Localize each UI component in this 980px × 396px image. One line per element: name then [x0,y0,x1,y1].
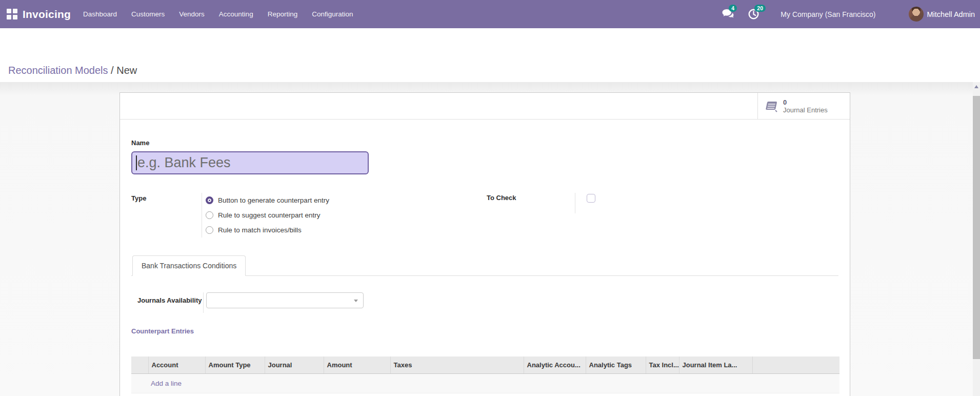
menu-customers[interactable]: Customers [124,0,172,28]
column-header-account[interactable]: Account [148,357,205,373]
handle-column-header [131,357,148,373]
journal-entries-label: Journal Entries [783,106,828,114]
table-header-row: Account Amount Type Journal Amount Taxes… [131,357,839,373]
add-a-line-link[interactable]: Add a line [131,380,182,387]
journal-entries-count: 0 [783,98,828,106]
journals-availability-label: Journals Availability [137,292,203,304]
content-area: 0 Journal Entries Name Type [0,82,980,396]
to-check-label: To Check [487,193,575,202]
form-card: 0 Journal Entries Name Type [119,92,850,396]
menu-vendors[interactable]: Vendors [172,0,212,28]
to-check-field-group: To Check [487,193,595,213]
control-panel: Reconciliation Models / New Save Discard [0,28,980,82]
text-cursor [136,155,137,170]
radio-option-suggest-counterpart[interactable]: Rule to suggest counterpart entry [206,208,329,223]
add-line-row: Add a line [131,373,839,393]
trailing-column-header [752,357,839,373]
app-brand[interactable]: Invoicing [23,8,71,21]
activities-count-badge: 20 [754,5,766,12]
vertical-scrollbar [973,82,980,396]
menu-accounting[interactable]: Accounting [212,0,261,28]
column-header-tax-included[interactable]: Tax Incl... [646,357,679,373]
apps-menu-icon[interactable] [7,9,18,20]
column-header-amount-type[interactable]: Amount Type [205,357,265,373]
scroll-up-arrow-icon[interactable] [974,85,978,88]
user-menu[interactable]: Mitchell Admin [909,7,975,22]
column-header-amount[interactable]: Amount [324,357,390,373]
breadcrumb-separator: / [111,65,114,76]
user-name: Mitchell Admin [927,10,975,18]
journals-availability-select[interactable] [206,292,364,308]
tab-bank-transactions-conditions[interactable]: Bank Transactions Conditions [132,255,246,276]
radio-button[interactable] [206,196,213,204]
navbar-systray: 4 20 My Company (San Francisco) Mitchell… [715,0,980,28]
radio-option-generate-counterpart[interactable]: Button to generate counterpart entry [206,193,329,208]
column-header-taxes[interactable]: Taxes [390,357,524,373]
menu-dashboard[interactable]: Dashboard [76,0,124,28]
type-tocheck-row: Type Button to generate counterpart entr… [131,193,838,240]
column-header-analytic-account[interactable]: Analytic Accou... [524,357,586,373]
scrollbar-thumb[interactable] [973,96,980,359]
main-menu: Dashboard Customers Vendors Accounting R… [76,0,361,28]
radio-option-match-invoices[interactable]: Rule to match invoices/bills [206,223,329,237]
journals-availability-value [207,293,363,296]
messages-button[interactable]: 4 [715,0,741,28]
radio-button[interactable] [206,226,213,234]
top-navbar: Invoicing Dashboard Customers Vendors Ac… [0,0,980,28]
form-statusbar: 0 Journal Entries [120,93,850,120]
counterpart-entries-table: Account Amount Type Journal Amount Taxes… [131,357,839,393]
book-icon [763,100,778,112]
breadcrumb: Reconciliation Models / New [8,63,137,77]
counterpart-entries-title: Counterpart Entries [131,327,838,335]
activities-button[interactable]: 20 [741,0,766,28]
name-input[interactable] [131,151,369,174]
menu-reporting[interactable]: Reporting [261,0,305,28]
to-check-checkbox[interactable] [587,194,595,203]
messages-count-badge: 4 [729,5,737,12]
column-header-journal[interactable]: Journal [265,357,324,373]
type-label: Type [131,193,202,202]
type-radio-group: Button to generate counterpart entry Rul… [202,193,329,237]
company-switcher[interactable]: My Company (San Francisco) [781,10,875,18]
name-label: Name [131,139,838,147]
name-field-group: Name [131,139,838,174]
column-header-analytic-tags[interactable]: Analytic Tags [586,357,646,373]
menu-configuration[interactable]: Configuration [305,0,360,28]
notebook-tabs: Bank Transactions Conditions [131,255,838,276]
breadcrumb-current: New [116,65,137,76]
breadcrumb-parent-link[interactable]: Reconciliation Models [8,65,108,76]
form-sheet: Name Type Button to generate counterpart… [120,120,850,393]
column-header-journal-item-label[interactable]: Journal Item La... [679,357,752,373]
radio-button[interactable] [206,211,213,219]
journal-entries-stat-button[interactable]: 0 Journal Entries [757,93,850,119]
journals-availability-group: Journals Availability [137,292,838,313]
type-field-group: Type Button to generate counterpart entr… [131,193,838,237]
user-avatar [909,7,924,22]
caret-down-icon [354,300,358,302]
